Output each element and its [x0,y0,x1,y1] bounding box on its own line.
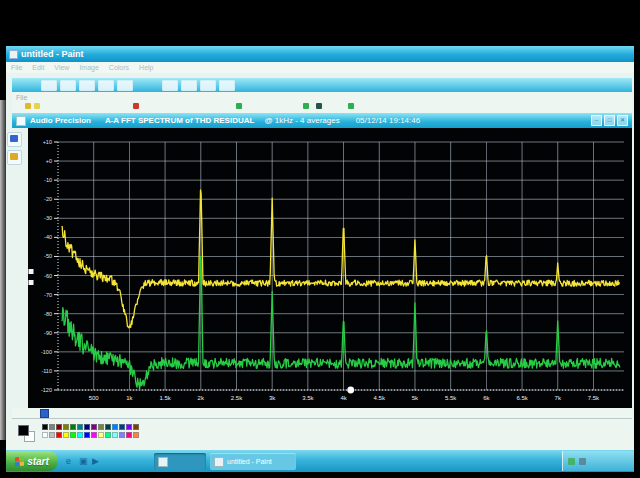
palette-swatch[interactable] [70,432,76,438]
trace-channel-B [62,257,620,390]
paint-titlebar: untitled - Paint [6,46,634,62]
paint-menu-edit[interactable]: Edit [32,64,44,71]
palette-swatch[interactable] [49,432,55,438]
start-label: start [27,456,49,467]
palette-swatch[interactable] [42,424,48,430]
y-tick-label: -30 [44,215,52,221]
trace-handle[interactable] [29,269,34,274]
shield-icon[interactable] [568,458,575,465]
system-tray [562,451,634,471]
palette-swatch[interactable] [63,432,69,438]
task-button-icon [158,457,168,467]
y-tick-label: -110 [41,368,52,374]
palette-swatch[interactable] [126,432,132,438]
run-icon[interactable] [236,103,242,109]
palette-swatch[interactable] [119,424,125,430]
palette-swatch[interactable] [98,424,104,430]
palette-swatch[interactable] [98,432,104,438]
y-tick-label: -40 [44,234,52,240]
task-button[interactable]: untitled - Paint [210,453,296,470]
minimize-button[interactable]: – [591,115,602,126]
ie-icon[interactable]: e [66,456,75,466]
palette-swatch[interactable] [49,424,55,430]
start-button[interactable]: start [6,451,58,471]
blue-square-icon [40,409,49,418]
fft-plot: +10+0-10-20-30-40-50-60-70-80-90-100-110… [28,128,632,408]
paint-menu-colors[interactable]: Colors [109,64,129,71]
x-tick-label: 5k [412,395,419,401]
palette-swatch[interactable] [119,432,125,438]
paint-menu-image[interactable]: Image [79,64,98,71]
y-tick-label: -100 [41,349,52,355]
x-tick-label: 7.5k [588,395,600,401]
palette-swatch[interactable] [77,432,83,438]
palette-swatch[interactable] [126,424,132,430]
ap-toolbar-button[interactable] [98,80,114,91]
task-button-label: untitled - Paint [227,458,272,465]
open-icon[interactable] [25,103,31,109]
paint-menu-file[interactable]: File [11,64,22,71]
media-player-icon[interactable]: ▶ [92,456,101,466]
task-button[interactable] [154,453,206,470]
stop-icon[interactable] [316,103,322,109]
palette-swatch[interactable] [91,432,97,438]
ap-toolbar-button[interactable] [41,80,57,91]
palette-swatch[interactable] [56,432,62,438]
ap-menu-file[interactable]: File [16,94,27,101]
record-icon[interactable] [133,103,139,109]
palette-swatch[interactable] [84,424,90,430]
save-icon[interactable] [34,103,40,109]
monitor-icon[interactable] [303,103,309,109]
x-tick-label: 4.5k [374,395,386,401]
ap-toolbar-button[interactable] [79,80,95,91]
palette-swatch[interactable] [105,424,111,430]
ap-panel-datetime: 05/12/14 19:14:46 [356,116,421,125]
palette-swatch[interactable] [112,432,118,438]
ap-toolbar-button[interactable] [117,80,133,91]
ap-panel-titlebar: Audio Precision A-A FFT SPECTRUM of THD … [12,113,632,128]
fg-bg-color-indicator [16,423,36,443]
maximize-button[interactable]: □ [604,115,615,126]
volume-icon[interactable] [579,458,586,465]
ap-toolbar-button[interactable] [219,80,235,91]
ap-window-controls: –□✕ [591,115,628,126]
paint-window-title: untitled - Paint [21,49,84,59]
x-tick-label: 500 [89,395,100,401]
ap-toolbar-button[interactable] [181,80,197,91]
palette-swatch[interactable] [84,432,90,438]
x-tick-label: 6.5k [516,395,528,401]
palette-swatch[interactable] [112,424,118,430]
meter-icon[interactable] [348,103,354,109]
canvas-strip [12,408,632,418]
paint-app-icon [9,50,18,59]
palette-swatch[interactable] [133,424,139,430]
y-tick-label: -50 [44,253,52,259]
y-tick-label: -20 [44,196,52,202]
paint-palette [6,419,634,450]
foreground-color-swatch[interactable] [18,425,29,436]
palette-swatch[interactable] [63,424,69,430]
ap-toolbar-button[interactable] [162,80,178,91]
trace-handle[interactable] [29,280,34,285]
palette-swatch[interactable] [56,424,62,430]
show-desktop-icon[interactable]: ▣ [79,456,88,466]
palette-swatch[interactable] [91,424,97,430]
paint-menu-help[interactable]: Help [139,64,153,71]
ap-toolbar-button[interactable] [60,80,76,91]
x-tick-label: 3.5k [302,395,314,401]
close-button[interactable]: ✕ [617,115,628,126]
palette-swatch[interactable] [105,432,111,438]
cursor-marker[interactable] [347,387,354,394]
x-tick-label: 2k [198,395,205,401]
palette-swatch[interactable] [133,432,139,438]
ap-menu-row: File [12,92,632,113]
panel-button-generator[interactable] [7,150,22,165]
paint-menu-view[interactable]: View [54,64,69,71]
palette-swatch[interactable] [70,424,76,430]
panel-button-analyzer[interactable] [7,132,22,147]
x-tick-label: 2.5k [231,395,243,401]
palette-swatch[interactable] [77,424,83,430]
ap-toolbar-button[interactable] [200,80,216,91]
palette-swatch[interactable] [42,432,48,438]
x-tick-label: 5.5k [445,395,457,401]
